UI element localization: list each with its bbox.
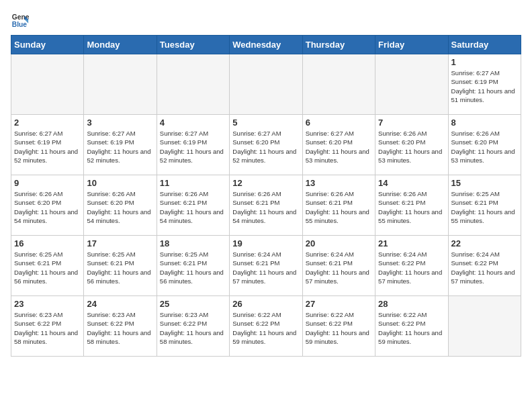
calendar-cell: 8Sunrise: 6:26 AM Sunset: 6:20 PM Daylig… <box>448 115 521 175</box>
day-number: 18 <box>160 238 226 248</box>
calendar-cell: 27Sunrise: 6:22 AM Sunset: 6:22 PM Dayli… <box>302 296 375 357</box>
day-number: 16 <box>14 238 81 248</box>
calendar-cell: 4Sunrise: 6:27 AM Sunset: 6:19 PM Daylig… <box>157 115 229 175</box>
day-info: Sunrise: 6:22 AM Sunset: 6:22 PM Dayligh… <box>306 310 372 346</box>
col-header-saturday: Saturday <box>448 36 521 54</box>
calendar-cell <box>230 54 302 115</box>
day-info: Sunrise: 6:27 AM Sunset: 6:19 PM Dayligh… <box>87 129 153 165</box>
day-info: Sunrise: 6:26 AM Sunset: 6:21 PM Dayligh… <box>160 189 226 225</box>
calendar-cell <box>302 54 375 115</box>
calendar-cell <box>11 54 84 115</box>
week-row-4: 16Sunrise: 6:25 AM Sunset: 6:21 PM Dayli… <box>11 236 521 296</box>
day-info: Sunrise: 6:23 AM Sunset: 6:22 PM Dayligh… <box>87 310 153 346</box>
calendar-cell: 23Sunrise: 6:23 AM Sunset: 6:22 PM Dayli… <box>11 296 84 357</box>
calendar-cell: 18Sunrise: 6:25 AM Sunset: 6:21 PM Dayli… <box>157 236 229 296</box>
calendar-cell: 26Sunrise: 6:22 AM Sunset: 6:22 PM Dayli… <box>230 296 302 357</box>
day-number: 27 <box>306 299 372 309</box>
day-number: 24 <box>87 299 153 309</box>
day-number: 4 <box>160 118 226 128</box>
day-info: Sunrise: 6:26 AM Sunset: 6:21 PM Dayligh… <box>306 189 372 225</box>
day-info: Sunrise: 6:24 AM Sunset: 6:22 PM Dayligh… <box>378 250 445 285</box>
col-header-thursday: Thursday <box>302 36 375 54</box>
day-info: Sunrise: 6:26 AM Sunset: 6:20 PM Dayligh… <box>378 129 445 165</box>
calendar-cell: 10Sunrise: 6:26 AM Sunset: 6:20 PM Dayli… <box>84 175 157 236</box>
calendar-cell: 13Sunrise: 6:26 AM Sunset: 6:21 PM Dayli… <box>302 175 375 236</box>
week-row-5: 23Sunrise: 6:23 AM Sunset: 6:22 PM Dayli… <box>11 296 521 357</box>
calendar-cell: 15Sunrise: 6:25 AM Sunset: 6:21 PM Dayli… <box>448 175 521 236</box>
calendar-cell <box>375 54 448 115</box>
col-header-friday: Friday <box>375 36 448 54</box>
day-info: Sunrise: 6:27 AM Sunset: 6:19 PM Dayligh… <box>160 129 226 165</box>
svg-text:Blue: Blue <box>12 21 28 28</box>
calendar-cell: 24Sunrise: 6:23 AM Sunset: 6:22 PM Dayli… <box>84 296 157 357</box>
day-number: 14 <box>378 178 445 188</box>
calendar-cell: 9Sunrise: 6:26 AM Sunset: 6:20 PM Daylig… <box>11 175 84 236</box>
day-info: Sunrise: 6:24 AM Sunset: 6:21 PM Dayligh… <box>232 250 299 285</box>
day-number: 22 <box>451 238 518 248</box>
calendar-cell: 17Sunrise: 6:25 AM Sunset: 6:21 PM Dayli… <box>84 236 157 296</box>
day-number: 25 <box>160 299 226 309</box>
day-number: 8 <box>451 118 518 128</box>
calendar-cell: 6Sunrise: 6:27 AM Sunset: 6:20 PM Daylig… <box>302 115 375 175</box>
week-row-1: 1Sunrise: 6:27 AM Sunset: 6:19 PM Daylig… <box>11 54 521 115</box>
day-number: 12 <box>232 178 299 188</box>
calendar-cell: 2Sunrise: 6:27 AM Sunset: 6:19 PM Daylig… <box>11 115 84 175</box>
day-info: Sunrise: 6:27 AM Sunset: 6:19 PM Dayligh… <box>14 129 81 165</box>
day-info: Sunrise: 6:26 AM Sunset: 6:21 PM Dayligh… <box>232 189 299 225</box>
day-info: Sunrise: 6:27 AM Sunset: 6:20 PM Dayligh… <box>306 129 372 165</box>
calendar-cell: 28Sunrise: 6:22 AM Sunset: 6:22 PM Dayli… <box>375 296 448 357</box>
day-number: 9 <box>14 178 81 188</box>
day-info: Sunrise: 6:25 AM Sunset: 6:21 PM Dayligh… <box>160 250 226 285</box>
day-number: 10 <box>87 178 153 188</box>
calendar-cell: 12Sunrise: 6:26 AM Sunset: 6:21 PM Dayli… <box>230 175 302 236</box>
calendar-cell: 14Sunrise: 6:26 AM Sunset: 6:21 PM Dayli… <box>375 175 448 236</box>
day-info: Sunrise: 6:22 AM Sunset: 6:22 PM Dayligh… <box>232 310 299 346</box>
day-number: 19 <box>232 238 299 248</box>
logo-icon: General Blue <box>11 11 30 30</box>
day-number: 7 <box>378 118 445 128</box>
calendar-cell: 21Sunrise: 6:24 AM Sunset: 6:22 PM Dayli… <box>375 236 448 296</box>
day-info: Sunrise: 6:26 AM Sunset: 6:20 PM Dayligh… <box>14 189 81 225</box>
day-info: Sunrise: 6:27 AM Sunset: 6:20 PM Dayligh… <box>232 129 299 165</box>
calendar-cell: 3Sunrise: 6:27 AM Sunset: 6:19 PM Daylig… <box>84 115 157 175</box>
calendar-cell: 11Sunrise: 6:26 AM Sunset: 6:21 PM Dayli… <box>157 175 229 236</box>
day-info: Sunrise: 6:26 AM Sunset: 6:20 PM Dayligh… <box>451 129 518 165</box>
calendar-cell <box>448 296 521 357</box>
day-number: 21 <box>378 238 445 248</box>
logo: General Blue <box>11 11 30 30</box>
day-number: 1 <box>451 57 518 67</box>
calendar-cell <box>157 54 229 115</box>
col-header-tuesday: Tuesday <box>157 36 229 54</box>
day-info: Sunrise: 6:26 AM Sunset: 6:21 PM Dayligh… <box>378 189 445 225</box>
week-row-3: 9Sunrise: 6:26 AM Sunset: 6:20 PM Daylig… <box>11 175 521 236</box>
calendar-cell: 16Sunrise: 6:25 AM Sunset: 6:21 PM Dayli… <box>11 236 84 296</box>
day-number: 2 <box>14 118 81 128</box>
col-header-wednesday: Wednesday <box>230 36 302 54</box>
day-info: Sunrise: 6:25 AM Sunset: 6:21 PM Dayligh… <box>451 189 518 225</box>
day-number: 23 <box>14 299 81 309</box>
col-header-sunday: Sunday <box>11 36 84 54</box>
day-number: 5 <box>232 118 299 128</box>
col-header-monday: Monday <box>84 36 157 54</box>
day-info: Sunrise: 6:24 AM Sunset: 6:21 PM Dayligh… <box>306 250 372 285</box>
day-number: 17 <box>87 238 153 248</box>
calendar-cell: 20Sunrise: 6:24 AM Sunset: 6:21 PM Dayli… <box>302 236 375 296</box>
day-number: 26 <box>232 299 299 309</box>
day-number: 6 <box>306 118 372 128</box>
calendar-cell: 25Sunrise: 6:23 AM Sunset: 6:22 PM Dayli… <box>157 296 229 357</box>
day-number: 15 <box>451 178 518 188</box>
header: General Blue <box>11 11 521 30</box>
calendar-cell: 5Sunrise: 6:27 AM Sunset: 6:20 PM Daylig… <box>230 115 302 175</box>
day-info: Sunrise: 6:25 AM Sunset: 6:21 PM Dayligh… <box>14 250 81 285</box>
calendar-cell: 1Sunrise: 6:27 AM Sunset: 6:19 PM Daylig… <box>448 54 521 115</box>
header-row: SundayMondayTuesdayWednesdayThursdayFrid… <box>11 36 521 54</box>
day-info: Sunrise: 6:22 AM Sunset: 6:22 PM Dayligh… <box>378 310 445 346</box>
day-info: Sunrise: 6:26 AM Sunset: 6:20 PM Dayligh… <box>87 189 153 225</box>
calendar-cell <box>84 54 157 115</box>
day-info: Sunrise: 6:25 AM Sunset: 6:21 PM Dayligh… <box>87 250 153 285</box>
day-info: Sunrise: 6:27 AM Sunset: 6:19 PM Dayligh… <box>451 68 518 104</box>
day-number: 3 <box>87 118 153 128</box>
day-number: 11 <box>160 178 226 188</box>
calendar-cell: 22Sunrise: 6:24 AM Sunset: 6:22 PM Dayli… <box>448 236 521 296</box>
day-number: 28 <box>378 299 445 309</box>
